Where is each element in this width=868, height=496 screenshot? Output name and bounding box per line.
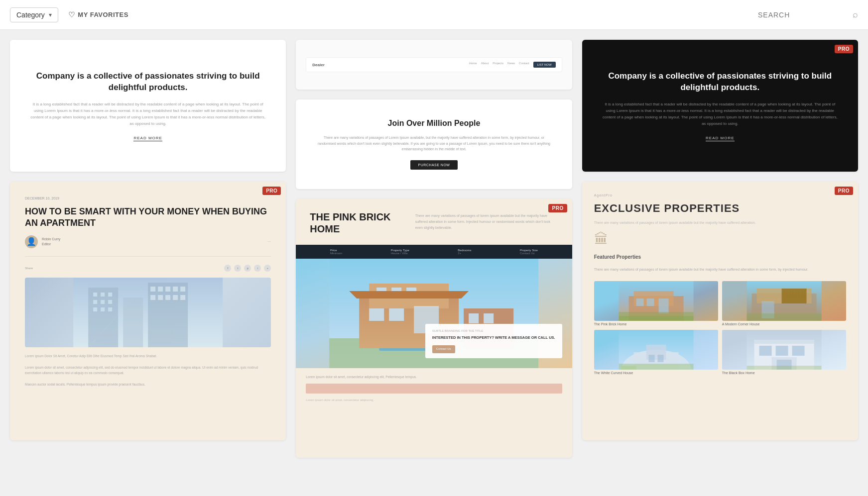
agency-label: AgentPro — [594, 194, 846, 197]
col-1: Company is a collective of passionates s… — [10, 40, 286, 458]
property-image-1 — [594, 281, 718, 321]
nav-link-about[interactable]: About — [481, 62, 489, 68]
more-icon[interactable]: + — [264, 265, 271, 272]
svg-rect-75 — [792, 346, 804, 356]
svg-rect-13 — [150, 287, 155, 292]
search-input[interactable] — [758, 11, 848, 19]
svg-rect-5 — [93, 300, 97, 304]
properties-grid: The Pink Brick Home — [594, 281, 846, 375]
contact-button[interactable]: Contact Us — [432, 345, 455, 353]
nav-cta-button[interactable]: LIST NOW — [533, 62, 556, 68]
nav-link-news[interactable]: News — [507, 62, 515, 68]
author-extra: ⋯ — [267, 240, 271, 244]
card6-header: THE PINK BRICK HOME There are many varia… — [296, 199, 572, 245]
col-2: Dealer Home About Projects News Contact … — [296, 40, 572, 458]
dealer-logo: Dealer — [312, 63, 324, 67]
svg-rect-78 — [746, 366, 821, 370]
card-blog-article[interactable]: PRO DECEMBER 10, 2019 HOW TO BE SMART WI… — [10, 182, 286, 440]
article-body: Lorem ipsum dolor sit amet, consectetur … — [25, 365, 271, 376]
card-exclusive-properties[interactable]: PRO AgentPro EXCLUSIVE PROPERTIES There … — [582, 182, 858, 440]
property-name-2: A Modern Corner House — [722, 322, 846, 326]
nav-price: PriceMinimum — [330, 249, 342, 255]
svg-rect-43 — [658, 298, 668, 313]
nav-link-projects[interactable]: Projects — [493, 62, 503, 68]
social-row: Share f t p i + — [25, 265, 271, 272]
featured-label: Featured Properties — [594, 254, 846, 260]
card6-footer-text: Lorem ipsum dolor sit amet, consectetur … — [306, 374, 562, 380]
svg-rect-15 — [165, 287, 170, 292]
topbar-left: Category ▾ ♡ MY FAVORITES — [10, 7, 128, 22]
svg-marker-36 — [349, 291, 469, 298]
nav-link-home[interactable]: Home — [469, 62, 477, 68]
svg-rect-73 — [759, 346, 771, 356]
svg-rect-17 — [180, 287, 185, 292]
search-icon[interactable]: ⌕ — [853, 9, 858, 20]
property-item-1[interactable]: The Pink Brick Home — [594, 281, 718, 326]
topbar: Category ▾ ♡ MY FAVORITES ⌕ — [0, 0, 868, 30]
article-title: HOW TO BE SMART WITH YOUR MONEY WHEN BUY… — [25, 206, 271, 229]
svg-rect-7 — [108, 300, 112, 304]
card6-footer: Lorem ipsum dolor sit amet, consectetur … — [296, 368, 572, 408]
card-pink-brick-home[interactable]: PRO THE PINK BRICK HOME There are many v… — [296, 199, 572, 458]
property-image-2 — [722, 281, 846, 321]
svg-rect-51 — [781, 289, 806, 303]
svg-rect-10 — [108, 307, 112, 311]
dealer-nav-links: Home About Projects News Contact LIST NO… — [469, 62, 556, 68]
company-heading: Company is a collective of passionates s… — [30, 70, 266, 94]
property-item-3[interactable]: The White Curved House — [594, 330, 718, 375]
dealer-nav-inner: Dealer Home About Projects News Contact … — [306, 57, 562, 72]
svg-rect-47 — [619, 316, 693, 321]
social-icons: f t p i + — [224, 265, 271, 272]
svg-rect-6 — [101, 300, 105, 304]
exclusive-title: EXCLUSIVE PROPERTIES — [594, 202, 846, 215]
avatar: 👤 — [25, 235, 38, 248]
card-company-white[interactable]: Company is a collective of passionates s… — [10, 40, 286, 172]
property-image-4 — [722, 330, 846, 370]
property-item-4[interactable]: The Black Box Home — [722, 330, 846, 375]
dark-company-body: It is a long established fact that a rea… — [602, 101, 838, 127]
join-heading: Join Over Million People — [388, 119, 481, 128]
svg-rect-67 — [657, 355, 663, 362]
card-company-dark[interactable]: PRO Company is a collective of passionat… — [582, 40, 858, 172]
svg-rect-45 — [646, 298, 654, 306]
pro-badge-excl: PRO — [835, 187, 853, 195]
nav-property-type: Property TypeHouse / Villa — [391, 249, 409, 255]
svg-rect-9 — [101, 307, 105, 311]
article-subtext: Lorem ipsum Dolor Sit Amet, Conetur Adip… — [25, 353, 271, 359]
contact-text: INTERESTED IN THIS PROPERTY? WRITE A MES… — [432, 335, 555, 341]
featured-desc: There are many variations of passages of… — [594, 267, 846, 272]
purchase-button[interactable]: PURCHASE NOW — [410, 160, 458, 170]
topbar-right: ⌕ — [758, 9, 858, 20]
favorites-button[interactable]: ♡ MY FAVORITES — [68, 10, 128, 19]
article-footer-text: Maecen auctor sodal iaculis. Pellentesqu… — [25, 382, 271, 387]
property-image-3 — [594, 330, 718, 370]
card-join-million[interactable]: Join Over Million People There are many … — [296, 99, 572, 189]
author-row: 👤 Robin Curry Editor ⋯ — [25, 235, 271, 248]
article-date: DECEMBER 10, 2019 — [25, 197, 271, 200]
svg-rect-3 — [101, 293, 105, 297]
twitter-icon[interactable]: t — [234, 265, 241, 272]
instagram-icon[interactable]: i — [254, 265, 261, 272]
pinterest-icon[interactable]: p — [244, 265, 251, 272]
pro-badge-pink: PRO — [548, 204, 567, 212]
svg-rect-57 — [798, 290, 799, 302]
category-dropdown[interactable]: Category ▾ — [10, 7, 58, 22]
svg-rect-19 — [158, 295, 163, 300]
svg-rect-30 — [369, 308, 384, 321]
author-info: Robin Curry Editor — [42, 237, 60, 247]
svg-rect-54 — [789, 290, 790, 302]
join-body: There are many variations of passages of… — [316, 135, 552, 153]
favorites-label: MY FAVORITES — [78, 11, 128, 18]
card-dealer-nav[interactable]: Dealer Home About Projects News Contact … — [296, 40, 572, 90]
svg-rect-69 — [621, 366, 636, 370]
dark-read-more-link[interactable]: READ MORE — [706, 136, 734, 141]
svg-rect-52 — [783, 290, 784, 302]
svg-rect-11 — [123, 298, 143, 347]
author-name: Robin Curry — [42, 237, 60, 242]
facebook-icon[interactable]: f — [224, 265, 231, 272]
property-item-2[interactable]: A Modern Corner House — [722, 281, 846, 326]
nav-link-contact[interactable]: Contact — [519, 62, 529, 68]
read-more-link[interactable]: READ MORE — [133, 136, 162, 141]
col-3: PRO Company is a collective of passionat… — [582, 40, 858, 458]
svg-rect-39 — [484, 313, 494, 323]
